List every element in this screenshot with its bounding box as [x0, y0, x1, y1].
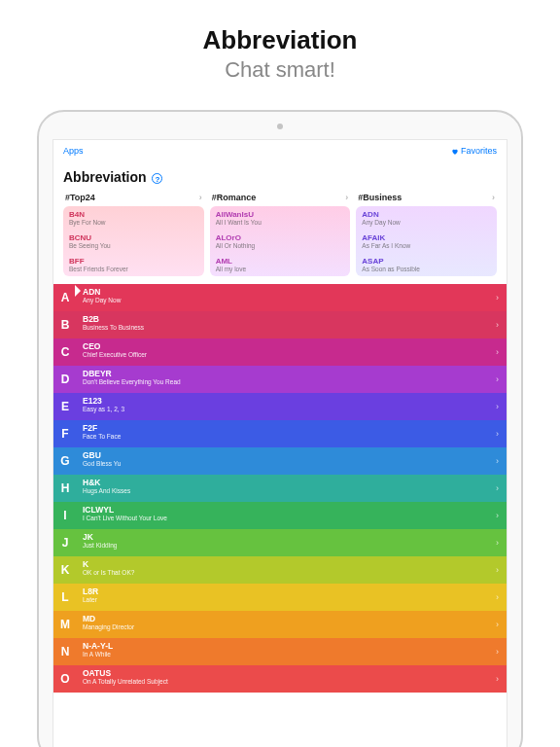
- category-item[interactable]: BFFBest Friends Forever: [63, 253, 204, 276]
- index-letter[interactable]: H: [53, 475, 77, 502]
- chevron-right-icon: ›: [496, 374, 499, 384]
- page-title: Abbreviation: [63, 169, 147, 185]
- category-row: #Top24› B4NBye For Now BCNUBe Seeing You…: [53, 191, 507, 284]
- promo-title: Abbreviation: [0, 25, 560, 55]
- chevron-right-icon: ›: [496, 592, 499, 602]
- list-item[interactable]: MDManaging Director›: [53, 611, 507, 638]
- index-letter[interactable]: F: [53, 420, 77, 447]
- list-item[interactable]: KOK or Is That OK?›: [53, 556, 507, 584]
- alphabet-index[interactable]: A B C D E F G H I J K L M N O: [53, 284, 77, 693]
- chevron-right-icon: ›: [496, 347, 499, 357]
- list-item[interactable]: L8RLater›: [53, 584, 507, 611]
- list-item[interactable]: ADNAny Day Now›: [53, 284, 507, 311]
- index-pointer-icon: [75, 285, 81, 297]
- list-item[interactable]: JKJust Kidding›: [53, 529, 507, 556]
- category-title: #Romance: [212, 193, 257, 202]
- list-item[interactable]: OATUSOn A Totally Unrelated Subject›: [53, 665, 507, 693]
- chevron-right-icon: ›: [496, 647, 499, 657]
- chevron-right-icon: ›: [496, 674, 499, 684]
- index-letter[interactable]: C: [53, 338, 77, 366]
- chevron-right-icon: ›: [496, 620, 499, 629]
- index-letter[interactable]: K: [53, 556, 77, 584]
- chevron-right-icon: ›: [496, 456, 499, 466]
- chevron-right-icon: ›: [496, 565, 499, 575]
- category-title: #Top24: [65, 193, 95, 202]
- chevron-right-icon: ›: [496, 483, 499, 493]
- index-letter[interactable]: J: [53, 529, 77, 556]
- list-item[interactable]: B2BBusiness To Business›: [53, 311, 507, 338]
- chevron-right-icon: ›: [496, 320, 499, 330]
- chevron-right-icon: ›: [496, 511, 499, 520]
- page-title-row: Abbreviation ?: [53, 161, 507, 191]
- chevron-right-icon: ›: [496, 402, 499, 411]
- index-letter[interactable]: I: [53, 502, 77, 529]
- device-frame: Apps Favorites Abbreviation ? #Top24› B4…: [37, 110, 523, 747]
- heart-icon: [451, 148, 459, 156]
- list-item[interactable]: E123Easy as 1, 2, 3›: [53, 393, 507, 420]
- list-item[interactable]: ICLWYLI Can't Live Without Your Love›: [53, 502, 507, 529]
- chevron-right-icon: ›: [492, 193, 495, 202]
- category-item[interactable]: BCNUBe Seeing You: [63, 230, 204, 253]
- navbar: Apps Favorites: [53, 140, 507, 161]
- list-item[interactable]: CEOChief Executive Officer›: [53, 338, 507, 366]
- index-letter[interactable]: E: [53, 393, 77, 420]
- favorites-link[interactable]: Favorites: [451, 146, 497, 156]
- index-letter[interactable]: L: [53, 584, 77, 611]
- category-item[interactable]: AlIWanIsUAll I Want Is You: [210, 206, 351, 230]
- category-romance[interactable]: #Romance› AlIWanIsUAll I Want Is You ALO…: [210, 191, 351, 276]
- promo-header: Abbreviation Chat smart!: [0, 25, 560, 83]
- index-letter[interactable]: D: [53, 366, 77, 393]
- alphabet-list: A B C D E F G H I J K L M N O ADNAny Day…: [53, 284, 507, 693]
- favorites-label: Favorites: [461, 146, 497, 156]
- chevron-right-icon: ›: [496, 293, 499, 302]
- category-item[interactable]: ALOrOAll Or Nothing: [210, 230, 351, 253]
- info-icon[interactable]: ?: [152, 173, 162, 184]
- category-item[interactable]: AFAIKAs Far As I Know: [356, 230, 497, 253]
- chevron-right-icon: ›: [199, 193, 202, 202]
- back-link[interactable]: Apps: [63, 146, 84, 156]
- chevron-right-icon: ›: [345, 193, 348, 202]
- app-screen: Apps Favorites Abbreviation ? #Top24› B4…: [52, 139, 508, 747]
- index-letter[interactable]: M: [53, 611, 77, 638]
- category-item[interactable]: ADNAny Day Now: [356, 206, 497, 230]
- category-item[interactable]: AMLAll my love: [210, 253, 351, 276]
- index-letter[interactable]: N: [53, 638, 77, 665]
- index-letter[interactable]: O: [53, 665, 77, 693]
- category-title: #Business: [358, 193, 402, 202]
- index-letter[interactable]: G: [53, 447, 77, 475]
- chevron-right-icon: ›: [496, 538, 499, 548]
- category-item[interactable]: ASAPAs Soon as Possible: [356, 253, 497, 276]
- list-item[interactable]: DBEYRDon't Believe Everything You Read›: [53, 366, 507, 393]
- list-item[interactable]: GBUGod Bless Yu›: [53, 447, 507, 475]
- index-letter[interactable]: A: [53, 284, 77, 311]
- list-item[interactable]: H&KHugs And Kisses›: [53, 475, 507, 502]
- chevron-right-icon: ›: [496, 429, 499, 439]
- promo-subtitle: Chat smart!: [0, 57, 560, 83]
- list-item[interactable]: F2FFace To Face›: [53, 420, 507, 447]
- list-item[interactable]: N-A-Y-LIn A While›: [53, 638, 507, 665]
- index-letter[interactable]: B: [53, 311, 77, 338]
- category-top24[interactable]: #Top24› B4NBye For Now BCNUBe Seeing You…: [63, 191, 204, 276]
- category-business[interactable]: #Business› ADNAny Day Now AFAIKAs Far As…: [356, 191, 497, 276]
- category-item[interactable]: B4NBye For Now: [63, 206, 204, 230]
